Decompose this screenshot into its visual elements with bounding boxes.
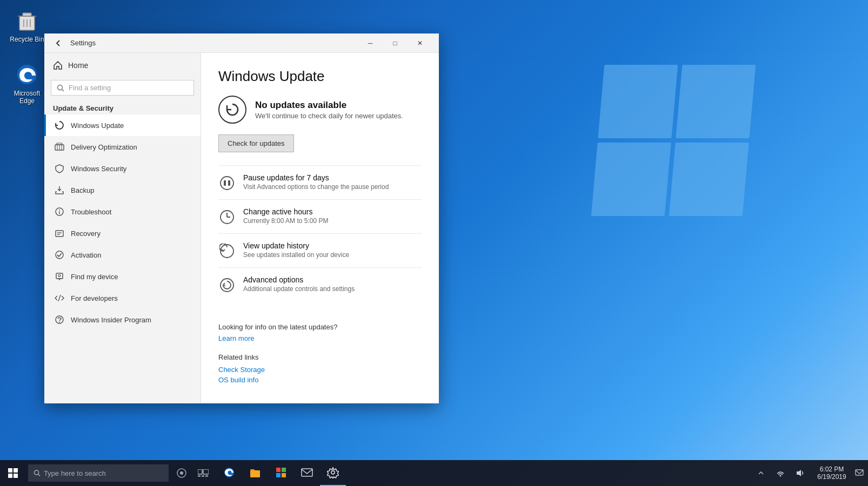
svg-rect-39 (14, 474, 18, 478)
active-hours-option[interactable]: Change active hours Currently 8:00 AM to… (218, 199, 422, 233)
svg-rect-37 (14, 468, 18, 473)
active-hours-icon (218, 208, 236, 226)
sidebar: Home Update & Security (44, 53, 201, 403)
page-title: Windows Update (218, 68, 422, 85)
sidebar-item-windows-insider[interactable]: Windows Insider Program (44, 309, 201, 330)
svg-point-27 (59, 322, 60, 323)
update-history-desc: See updates installed on your device (243, 251, 349, 259)
back-button[interactable] (51, 36, 66, 51)
sidebar-search[interactable] (51, 80, 194, 96)
microsoft-edge-desktop-icon[interactable]: Microsoft Edge (5, 59, 49, 107)
update-status: No updates available We'll continue to c… (218, 96, 422, 124)
svg-point-43 (180, 471, 183, 475)
check-storage-link[interactable]: Check Storage (218, 366, 422, 374)
svg-rect-54 (282, 473, 286, 477)
home-label: Home (68, 61, 88, 70)
taskbar-clock[interactable]: 6:02 PM 6/19/2019 (813, 465, 851, 481)
sidebar-section-title: Update & Security (44, 100, 201, 114)
taskbar-store[interactable] (268, 460, 294, 486)
minimize-button[interactable]: ─ (358, 33, 383, 53)
svg-rect-51 (276, 468, 281, 472)
start-button[interactable] (0, 460, 26, 486)
sidebar-item-for-developers[interactable]: For developers (44, 287, 201, 309)
sidebar-item-label: Find my device (71, 273, 118, 281)
advanced-options-title: Advanced options (243, 275, 355, 284)
os-build-info-link[interactable]: OS build info (218, 376, 422, 384)
search-icon (57, 84, 64, 92)
sidebar-item-activation[interactable]: Activation (44, 244, 201, 266)
taskbar-search-icon (34, 469, 41, 477)
tray-network[interactable] (772, 460, 789, 486)
taskbar-mail[interactable] (294, 460, 320, 486)
svg-point-57 (780, 475, 782, 477)
window-controls: ─ □ ✕ (358, 33, 432, 53)
svg-rect-38 (8, 474, 12, 478)
taskbar-search[interactable] (28, 464, 169, 482)
sidebar-item-find-device[interactable]: Find my device (44, 266, 201, 287)
settings-window: Settings ─ □ ✕ Home (44, 33, 439, 403)
cortana-button[interactable] (171, 460, 192, 486)
pause-updates-desc: Visit Advanced options to change the pau… (243, 183, 389, 191)
check-updates-button[interactable]: Check for updates (218, 134, 294, 152)
advanced-options-icon (218, 276, 236, 294)
svg-rect-46 (198, 475, 201, 477)
maximize-button[interactable]: □ (383, 33, 408, 53)
svg-rect-52 (282, 468, 286, 472)
taskbar-settings[interactable] (320, 460, 346, 486)
for-developers-icon (55, 293, 64, 303)
update-status-icon (218, 96, 246, 124)
task-view-button[interactable] (192, 460, 214, 486)
taskbar-edge[interactable] (216, 460, 242, 486)
sidebar-item-label: Delivery Optimization (71, 143, 137, 151)
windows-logo (598, 65, 749, 216)
update-history-option[interactable]: View update history See updates installe… (218, 233, 422, 267)
recycle-bin-icon[interactable]: Recycle Bin (5, 5, 49, 45)
taskbar-search-input[interactable] (44, 469, 163, 477)
sidebar-item-label: Recovery (71, 230, 101, 238)
sidebar-item-label: Backup (71, 186, 94, 194)
pause-updates-title: Pause updates for 7 days (243, 173, 389, 182)
sidebar-item-backup[interactable]: Backup (44, 179, 201, 201)
svg-rect-44 (198, 469, 202, 474)
svg-rect-13 (57, 143, 62, 145)
svg-point-7 (58, 85, 63, 90)
taskbar-file-explorer[interactable] (242, 460, 268, 486)
sidebar-item-windows-update[interactable]: Windows Update (44, 114, 201, 136)
sidebar-item-troubleshoot[interactable]: Troubleshoot (44, 201, 201, 222)
backup-icon (55, 185, 64, 195)
learn-more-link[interactable]: Learn more (218, 334, 422, 342)
activation-icon (55, 250, 64, 260)
svg-rect-21 (56, 273, 63, 279)
svg-line-8 (62, 89, 64, 91)
notification-button[interactable] (851, 460, 868, 486)
sidebar-item-label: Windows Insider Program (71, 316, 151, 324)
delivery-optimization-icon (55, 142, 64, 152)
svg-point-28 (221, 177, 233, 190)
windows-insider-icon (55, 315, 64, 325)
sidebar-item-delivery-optimization[interactable]: Delivery Optimization (44, 136, 201, 158)
update-history-title: View update history (243, 241, 349, 250)
sidebar-item-label: Activation (71, 251, 101, 259)
search-input[interactable] (69, 84, 188, 92)
related-links-title: Related links (218, 353, 422, 361)
titlebar: Settings ─ □ ✕ (44, 33, 439, 53)
pause-updates-option[interactable]: Pause updates for 7 days Visit Advanced … (218, 165, 422, 199)
svg-rect-1 (23, 13, 31, 16)
sidebar-item-recovery[interactable]: Recovery (44, 222, 201, 244)
related-links: Related links Check Storage OS build inf… (218, 353, 422, 384)
taskbar-apps (214, 460, 748, 486)
advanced-options-desc: Additional update controls and settings (243, 285, 355, 293)
svg-rect-58 (856, 470, 863, 475)
svg-rect-50 (250, 470, 260, 477)
update-history-icon (218, 242, 236, 260)
tray-chevron[interactable] (752, 460, 770, 486)
sidebar-home[interactable]: Home (44, 53, 201, 78)
status-heading: No updates available (255, 100, 403, 111)
home-icon (53, 60, 63, 70)
advanced-options-option[interactable]: Advanced options Additional update contr… (218, 267, 422, 301)
close-button[interactable]: ✕ (408, 33, 432, 53)
tray-volume[interactable] (791, 460, 809, 486)
recycle-bin-label: Recycle Bin (10, 36, 44, 43)
svg-rect-29 (224, 180, 226, 186)
sidebar-item-windows-security[interactable]: Windows Security (44, 158, 201, 179)
